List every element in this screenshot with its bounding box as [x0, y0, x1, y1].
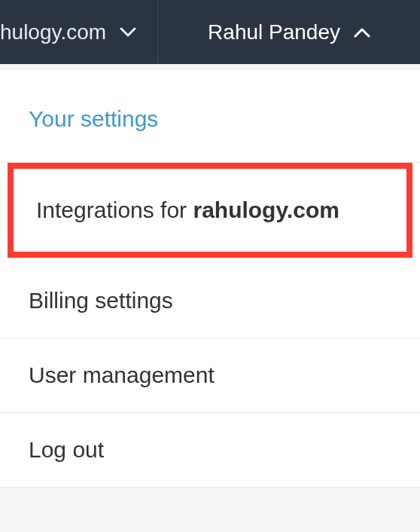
menu-item-logout[interactable]: Log out — [0, 413, 420, 488]
user-dropdown[interactable]: Rahul Pandey — [158, 0, 420, 64]
chevron-up-icon — [354, 27, 370, 38]
menu-item-your-settings[interactable]: Your settings — [0, 70, 420, 163]
integrations-domain: rahulogy.com — [193, 197, 339, 222]
your-settings-label: Your settings — [29, 106, 158, 131]
menu-item-billing[interactable]: Billing settings — [0, 264, 420, 338]
domain-label: hulogy.com — [0, 20, 106, 44]
topbar: hulogy.com Rahul Pandey — [0, 0, 420, 64]
settings-menu: Your settings Integrations for rahulogy.… — [0, 70, 420, 488]
logout-label: Log out — [29, 437, 104, 462]
user-name-label: Rahul Pandey — [208, 20, 340, 44]
billing-label: Billing settings — [29, 288, 173, 313]
user-management-label: User management — [29, 362, 215, 387]
integrations-label-prefix: Integrations for — [36, 197, 193, 222]
menu-item-user-management[interactable]: User management — [0, 338, 420, 413]
chevron-down-icon — [120, 27, 136, 38]
menu-item-integrations[interactable]: Integrations for rahulogy.com — [8, 163, 412, 258]
domain-dropdown[interactable]: hulogy.com — [0, 0, 158, 64]
